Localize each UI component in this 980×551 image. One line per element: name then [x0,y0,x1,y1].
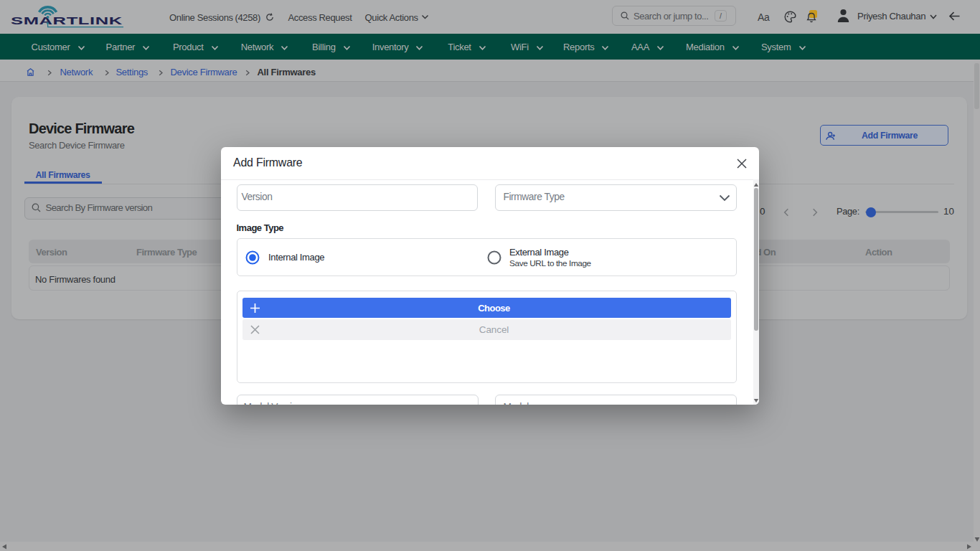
svg-text:SMARTLINK: SMARTLINK [11,14,123,27]
